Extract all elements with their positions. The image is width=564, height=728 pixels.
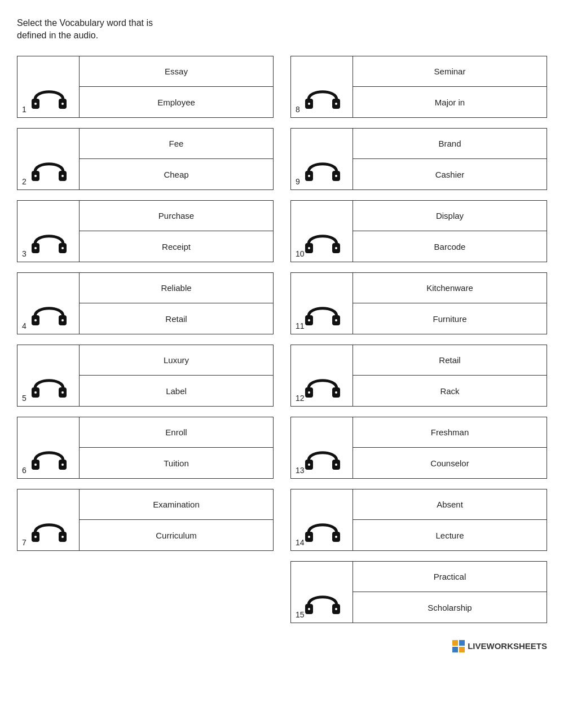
svg-point-27 [61,536,64,538]
question-card-3: 3PurchaseReceipt [17,200,274,262]
option-15-1[interactable]: Practical [353,562,547,593]
option-2-1[interactable]: Fee [80,129,273,160]
liveworksheets-logo: LIVEWORKSHEETS [452,640,547,652]
question-number-4: 4 [22,321,27,330]
headphones-icon[interactable] [303,224,342,258]
icon-cell-13[interactable]: 13 [291,417,353,478]
icon-cell-11[interactable]: 11 [291,273,353,334]
svg-point-59 [335,608,337,610]
options-cell-12: RetailRack [353,345,547,406]
question-number-1: 1 [22,105,27,114]
option-9-2[interactable]: Cashier [353,159,547,189]
headphones-icon[interactable] [29,369,69,403]
headphones-icon[interactable] [303,369,342,403]
option-6-1[interactable]: Enroll [80,417,273,448]
option-10-2[interactable]: Barcode [353,231,547,262]
option-15-2[interactable]: Scholarship [353,592,547,623]
icon-cell-4[interactable]: 4 [17,273,80,334]
option-12-1[interactable]: Retail [353,345,547,376]
options-cell-5: LuxuryLabel [80,345,273,406]
options-cell-13: FreshmanCounselor [353,417,547,478]
question-card-1: 1EssayEmployee [17,56,274,118]
right-column: 8SeminarMajor in 9BrandCashier 10Display… [290,56,547,623]
option-13-1[interactable]: Freshman [353,417,547,448]
option-2-2[interactable]: Cheap [80,159,273,189]
option-9-1[interactable]: Brand [353,129,547,160]
svg-point-34 [308,175,310,177]
logo-square-3 [452,647,458,652]
option-5-2[interactable]: Label [80,376,273,406]
icon-cell-6[interactable]: 6 [17,417,80,478]
icon-cell-3[interactable]: 3 [17,201,80,262]
icon-cell-8[interactable]: 8 [291,56,353,117]
question-card-10: 10DisplayBarcode [290,200,547,262]
headphones-icon[interactable] [29,513,69,547]
svg-point-39 [335,247,337,249]
options-cell-10: DisplayBarcode [353,201,547,262]
logo-square-1 [452,640,458,646]
question-number-9: 9 [296,177,300,186]
svg-point-55 [335,536,337,538]
headphones-icon[interactable] [303,441,342,475]
option-11-1[interactable]: Kitchenware [353,273,547,304]
question-card-15: 15PracticalScholarship [290,561,547,623]
icon-cell-2[interactable]: 2 [17,129,80,189]
option-3-2[interactable]: Receipt [80,231,273,262]
options-cell-14: AbsentLecture [353,489,547,550]
icon-cell-12[interactable]: 12 [291,345,353,406]
option-3-1[interactable]: Purchase [80,201,273,232]
question-card-8: 8SeminarMajor in [290,56,547,118]
icon-cell-9[interactable]: 9 [291,129,353,189]
svg-point-11 [61,247,64,249]
option-14-2[interactable]: Lecture [353,520,547,550]
icon-cell-10[interactable]: 10 [291,201,353,262]
icon-cell-7[interactable]: 7 [17,489,80,550]
option-11-2[interactable]: Furniture [353,303,547,334]
option-5-1[interactable]: Luxury [80,345,273,376]
option-7-1[interactable]: Examination [80,489,273,520]
svg-point-42 [308,319,310,321]
option-10-1[interactable]: Display [353,201,547,232]
headphones-icon[interactable] [303,297,342,330]
icon-cell-14[interactable]: 14 [291,489,353,550]
icon-cell-15[interactable]: 15 [291,562,353,623]
headphones-icon[interactable] [303,80,342,114]
options-cell-9: BrandCashier [353,129,547,189]
option-4-1[interactable]: Reliable [80,273,273,304]
question-number-7: 7 [22,538,27,547]
question-number-14: 14 [296,538,305,547]
headphones-icon[interactable] [29,80,69,114]
options-cell-6: EnrollTuition [80,417,273,478]
option-1-2[interactable]: Employee [80,87,273,117]
icon-cell-1[interactable]: 1 [17,56,80,117]
headphones-icon[interactable] [303,152,342,186]
svg-point-23 [61,464,64,466]
option-12-2[interactable]: Rack [353,376,547,406]
svg-point-15 [61,319,64,321]
svg-point-22 [34,464,37,466]
headphones-icon[interactable] [29,224,69,258]
headphones-icon[interactable] [303,585,342,619]
options-cell-2: FeeCheap [80,129,273,189]
headphones-icon[interactable] [29,152,69,186]
option-1-1[interactable]: Essay [80,56,273,87]
svg-point-2 [34,103,37,105]
question-card-9: 9BrandCashier [290,128,547,190]
svg-point-46 [308,391,310,394]
logo-square-4 [459,647,465,652]
headphones-icon[interactable] [303,513,342,547]
option-14-1[interactable]: Absent [353,489,547,520]
question-number-13: 13 [296,466,305,475]
svg-point-35 [335,175,337,177]
icon-cell-5[interactable]: 5 [17,345,80,406]
option-8-2[interactable]: Major in [353,87,547,117]
logo-squares [452,640,465,652]
question-card-13: 13FreshmanCounselor [290,417,547,479]
option-7-2[interactable]: Curriculum [80,520,273,550]
option-13-2[interactable]: Counselor [353,448,547,478]
option-6-2[interactable]: Tuition [80,448,273,478]
headphones-icon[interactable] [29,297,69,330]
headphones-icon[interactable] [29,441,69,475]
option-8-1[interactable]: Seminar [353,56,547,87]
option-4-2[interactable]: Retail [80,303,273,334]
